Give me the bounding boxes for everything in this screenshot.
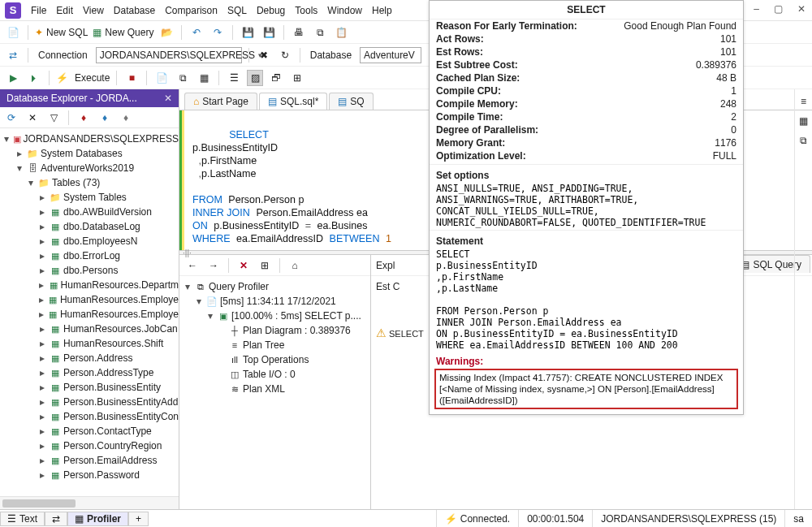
tree-table-item[interactable]: HumanResources.Shift: [63, 338, 163, 349]
tree-table-item[interactable]: HumanResources.JobCan: [63, 323, 178, 335]
tree-db[interactable]: AdventureWorks2019: [41, 162, 134, 174]
redo-icon[interactable]: ↷: [209, 24, 226, 41]
menu-help[interactable]: Help: [372, 5, 392, 16]
tree-table-item[interactable]: Person.Password: [63, 469, 140, 481]
tool-e-icon[interactable]: ▨: [247, 70, 263, 86]
tree-table-item[interactable]: dbo.EmployeesN: [63, 235, 137, 247]
window-close[interactable]: ✕: [797, 3, 806, 15]
paste-icon[interactable]: 📋: [333, 24, 349, 41]
print-icon[interactable]: 🖶: [291, 24, 307, 41]
prof-root-icon[interactable]: ⌂: [287, 257, 303, 274]
tooltip-prop-val: 2: [731, 111, 736, 123]
status-tab-text[interactable]: ☰Text: [0, 512, 45, 526]
filter-red-icon[interactable]: ♦: [76, 110, 92, 126]
tool-b-icon[interactable]: ⧉: [175, 70, 191, 86]
tooltip-prop-key: Est Rows:: [436, 46, 720, 58]
undo-icon[interactable]: ↶: [188, 24, 205, 41]
tree-table-item[interactable]: Person.CountryRegion: [63, 440, 162, 451]
tree-table-item[interactable]: HumanResources.Employe: [60, 294, 179, 305]
new-sql-button[interactable]: ✦New SQL: [35, 27, 88, 38]
tree-table-item[interactable]: HumanResources.Employe: [60, 309, 179, 320]
tree-table-item[interactable]: HumanResources.Departm: [61, 279, 179, 291]
prof-tree-icon[interactable]: ⊞: [257, 257, 273, 274]
database-combo[interactable]: AdventureV: [360, 47, 421, 63]
tree-table-item[interactable]: Person.BusinessEntityCon: [63, 411, 179, 422]
menu-sql[interactable]: SQL: [227, 5, 247, 16]
tool-c-icon[interactable]: ▦: [196, 70, 212, 86]
database-explorer-close-icon[interactable]: ✕: [164, 93, 172, 104]
explorer-hscroll[interactable]: [0, 496, 179, 509]
menu-edit[interactable]: Edit: [56, 5, 73, 16]
filter-gray-icon[interactable]: ♦: [118, 110, 134, 126]
dbexec-icon-2[interactable]: ⏵: [26, 70, 42, 86]
database-tree[interactable]: ▾▣JORDANSANDERS\SQLEXPRESS ▸📁System Data…: [0, 128, 179, 496]
new-item-icon[interactable]: 📄: [5, 24, 21, 41]
connection-combo[interactable]: JORDANSANDERS\SQLEXPRESS▾: [96, 47, 242, 63]
status-tab-profiler[interactable]: ▦Profiler: [67, 512, 128, 526]
tree-sysdb[interactable]: System Databases: [41, 148, 123, 159]
plan-diagram-item[interactable]: Plan Diagram : 0.389376: [243, 325, 351, 336]
tree-tables-folder[interactable]: Tables (73): [52, 177, 100, 188]
dbexec-icon-1[interactable]: ▶: [5, 70, 21, 86]
prof-clear-icon[interactable]: ✕: [235, 257, 252, 274]
collapse-tree-icon[interactable]: ✕: [24, 110, 41, 126]
menu-file[interactable]: File: [31, 5, 46, 16]
right-tool-1-icon[interactable]: ≡: [797, 94, 811, 109]
tool-g-icon[interactable]: ⊞: [289, 70, 305, 86]
refresh-tree-icon[interactable]: ⟳: [3, 110, 19, 126]
plug-icon[interactable]: ⇄: [5, 47, 21, 63]
menu-tools[interactable]: Tools: [295, 5, 317, 16]
status-tab-arrows[interactable]: ⇄: [45, 512, 67, 526]
table-io-item[interactable]: Table I/O : 0: [243, 369, 296, 380]
tool-d-icon[interactable]: ☰: [226, 70, 242, 86]
tree-table-item[interactable]: Person.AddressType: [63, 367, 153, 378]
profiler-tree[interactable]: ▾⧉Query Profiler ▾📄[5ms] 11:34:11 17/12/…: [179, 276, 370, 509]
plan-xml-icon: ≋: [228, 384, 241, 395]
right-tool-2-icon[interactable]: ▦: [797, 114, 811, 128]
db-reconnect-icon[interactable]: ↻: [277, 47, 293, 63]
tab-sql-2[interactable]: ▤SQ: [329, 93, 373, 110]
db-disconnect-icon[interactable]: ✖: [256, 47, 272, 63]
prof-back-icon[interactable]: ←: [184, 257, 201, 274]
top-ops-item[interactable]: Top Operations: [243, 354, 309, 365]
filter-blue-icon[interactable]: ♦: [97, 110, 113, 126]
tree-table-item[interactable]: dbo.Persons: [63, 265, 118, 276]
right-tool-3-icon[interactable]: ⧉: [797, 133, 811, 148]
menu-debug[interactable]: Debug: [257, 5, 285, 16]
profiler-icon: ▦: [75, 513, 84, 525]
plan-root-select[interactable]: SELECT: [389, 329, 424, 339]
tree-server[interactable]: JORDANSANDERS\SQLEXPRESS: [24, 133, 179, 145]
tree-table-item[interactable]: Person.Address: [63, 352, 132, 364]
tree-table-item[interactable]: dbo.AWBuildVersion: [63, 206, 152, 218]
save-icon[interactable]: 💾: [240, 24, 256, 41]
tree-table-item[interactable]: Person.ContactType: [63, 425, 152, 437]
new-query-button[interactable]: ▦New Query: [93, 27, 153, 38]
status-tab-add[interactable]: +: [128, 512, 149, 526]
tree-table-item[interactable]: dbo.DatabaseLog: [63, 221, 140, 232]
plan-tree-item[interactable]: Plan Tree: [243, 339, 284, 351]
tool-a-icon[interactable]: 📄: [153, 70, 170, 86]
tab-start-page[interactable]: ⌂Start Page: [184, 93, 257, 110]
stop-icon[interactable]: ■: [123, 70, 140, 86]
window-maximize[interactable]: ▢: [774, 3, 783, 15]
save-all-icon[interactable]: 💾: [261, 24, 277, 41]
tool-f-icon[interactable]: 🗗: [268, 70, 284, 86]
tree-table-item[interactable]: Person.BusinessEntityAdd: [63, 396, 178, 408]
filter-tree-icon[interactable]: ▽: [45, 110, 62, 126]
table-icon: ▦: [49, 426, 62, 437]
tree-systables[interactable]: System Tables: [63, 192, 127, 203]
menu-window[interactable]: Window: [327, 5, 362, 16]
menu-comparison[interactable]: Comparison: [165, 5, 218, 16]
prof-fwd-icon[interactable]: →: [205, 257, 222, 274]
menu-database[interactable]: Database: [114, 5, 155, 16]
tab-sql-active[interactable]: ▤SQL.sql*: [259, 93, 327, 110]
tree-table-item[interactable]: Person.EmailAddress: [63, 455, 157, 466]
open-icon[interactable]: 📂: [158, 24, 175, 41]
copy-icon[interactable]: ⧉: [312, 24, 328, 41]
menu-view[interactable]: View: [83, 5, 104, 16]
plan-xml-item[interactable]: Plan XML: [243, 383, 285, 395]
execute-button[interactable]: Execute: [75, 72, 110, 84]
tree-table-item[interactable]: dbo.ErrorLog: [63, 250, 120, 261]
window-minimize[interactable]: –: [754, 3, 759, 15]
tree-table-item[interactable]: Person.BusinessEntity: [63, 382, 161, 393]
